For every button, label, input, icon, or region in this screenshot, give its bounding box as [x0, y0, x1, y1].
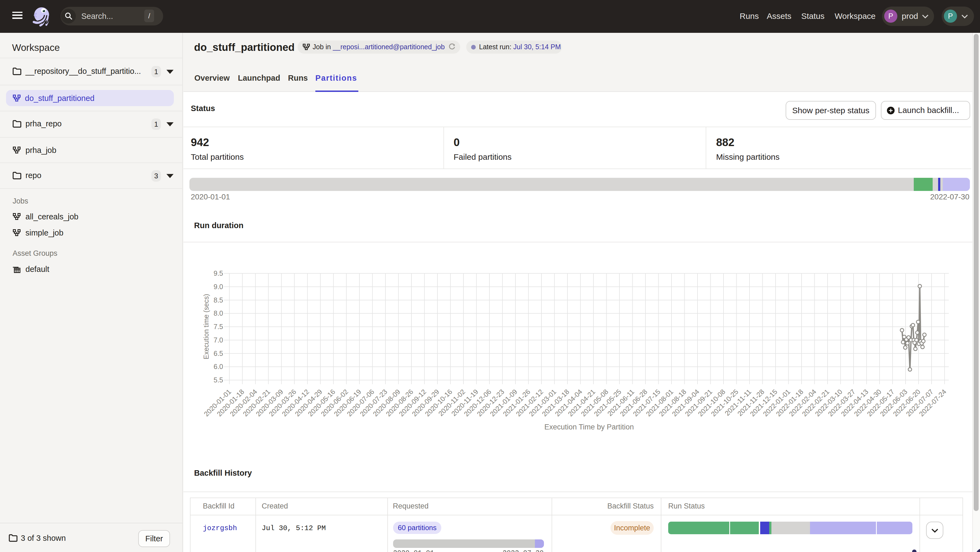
svg-text:Execution Time by Partition: Execution Time by Partition [544, 423, 634, 431]
svg-text:9.0: 9.0 [213, 283, 223, 290]
svg-text:5.5: 5.5 [213, 376, 223, 384]
svg-text:8.5: 8.5 [213, 296, 223, 304]
svg-text:7.0: 7.0 [213, 336, 223, 344]
svg-text:7.5: 7.5 [213, 323, 223, 330]
svg-text:Execution time (secs): Execution time (secs) [202, 294, 210, 359]
svg-text:8.0: 8.0 [213, 309, 223, 317]
svg-text:9.5: 9.5 [213, 270, 223, 277]
svg-text:6.5: 6.5 [213, 350, 223, 357]
svg-text:6.0: 6.0 [213, 363, 223, 370]
